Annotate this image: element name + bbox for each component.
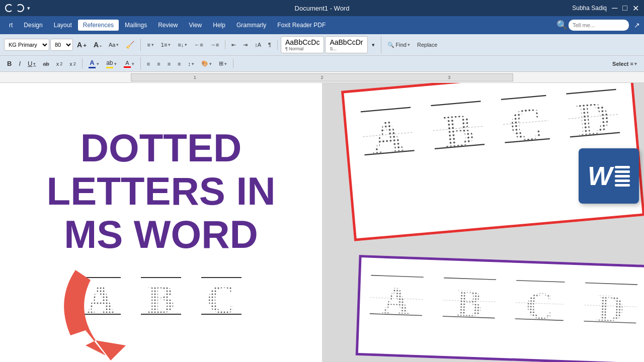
menu-bar: rt Design Layout References Mailings Rev…	[0, 16, 644, 34]
redo-icon[interactable]	[16, 4, 24, 12]
svg-line-44	[516, 281, 565, 282]
menu-item-design[interactable]: Design	[19, 20, 47, 31]
share-icon[interactable]: ↗	[634, 21, 640, 29]
main-content: DOTTED LETTERS IN MS WORD A	[0, 83, 644, 362]
justify-btn[interactable]: ≡	[175, 59, 184, 68]
decrease-indent-btn[interactable]: ←≡	[191, 40, 206, 49]
underline-btn[interactable]: U ▾	[25, 58, 39, 69]
grow-font-btn[interactable]: A+	[74, 39, 90, 50]
title-line2: LETTERS IN	[46, 170, 275, 213]
ruler-mark-3: 3	[448, 75, 450, 80]
styles-group: AaBbCcDc ¶ Normal AaBbCcDr S... ▾	[281, 36, 381, 53]
basic-format-group: B I U ▾ ab x2 x2	[4, 58, 83, 69]
font-color-btn[interactable]: A ▾	[86, 57, 102, 70]
color-format-group: A ▾ ab ▾ A ▾	[86, 57, 141, 70]
font-name-select[interactable]: KG Primary Do	[4, 39, 49, 51]
left-panel: DOTTED LETTERS IN MS WORD A	[0, 83, 322, 362]
increase-indent-btn[interactable]: →≡	[207, 40, 222, 49]
menu-item-review[interactable]: Review	[153, 20, 183, 31]
numbering-btn[interactable]: 1≡▾	[158, 40, 174, 49]
font-group: KG Primary Do 80 A+ A- Aa▾ 🧹	[4, 39, 141, 51]
doc-purple-letters: A B	[359, 257, 644, 343]
superscript-btn[interactable]: x2	[66, 59, 79, 68]
shrink-font-btn[interactable]: A-	[91, 39, 105, 50]
quick-access: ▾	[27, 5, 30, 12]
indent-right-btn[interactable]: ⇥	[240, 40, 251, 50]
styles-more-btn[interactable]: ▾	[369, 40, 378, 50]
svg-text:C: C	[207, 277, 236, 321]
strikethrough-btn[interactable]: ab	[40, 59, 52, 68]
align-right-btn[interactable]: ≡	[165, 59, 174, 68]
bold-btn[interactable]: B	[4, 58, 15, 69]
bullets-btn[interactable]: ≡▾	[144, 40, 156, 49]
title-line3: MS WORD	[46, 213, 275, 256]
font-size-select[interactable]: 80	[50, 39, 73, 51]
arrow-graphic	[45, 260, 186, 360]
subscript-btn[interactable]: x2	[53, 59, 66, 68]
undo-icon[interactable]	[5, 4, 13, 12]
word-icon-line-2	[615, 170, 630, 173]
toolbar-row1: KG Primary Do 80 A+ A- Aa▾ 🧹 ≡▾ 1≡▾ ≡↓▾ …	[0, 34, 644, 56]
right-toolbar-area: Select = ▾	[609, 59, 640, 68]
toolbar-row2: B I U ▾ ab x2 x2 A ▾ ab ▾ A ▾	[0, 56, 644, 72]
menu-item-view[interactable]: View	[184, 20, 207, 31]
menu-item-help[interactable]: Help	[208, 20, 230, 31]
menu-item-rt[interactable]: rt	[4, 20, 18, 31]
indent-group: ⇤ ⇥ ↕A ¶	[228, 40, 278, 50]
ruler-bar: 1 2 3	[131, 73, 513, 81]
svg-text:B: B	[455, 282, 482, 325]
replace-btn[interactable]: Replace	[414, 40, 440, 49]
word-app-icon: W	[579, 148, 639, 204]
title-bar: ▾ Document1 - Word Subha Sadiq ─ □ ✕	[0, 0, 644, 16]
title-bar-right: Subha Sadiq ─ □ ✕	[572, 4, 639, 13]
svg-line-39	[444, 278, 496, 280]
preview-letter-C: C	[199, 272, 244, 322]
style-second[interactable]: AaBbCcDr S...	[325, 36, 367, 53]
menu-item-grammarly[interactable]: Grammarly	[231, 20, 271, 31]
word-icon-w: W	[588, 161, 612, 191]
style-normal[interactable]: AaBbCcDc ¶ Normal	[281, 36, 324, 53]
indent-left-btn[interactable]: ⇤	[228, 40, 239, 50]
italic-btn[interactable]: I	[16, 58, 24, 69]
menu-item-foxit[interactable]: Foxit Reader PDF	[272, 20, 331, 31]
user-name: Subha Sadiq	[572, 5, 607, 12]
doc-purple-border: A B	[356, 255, 644, 362]
align-center-btn[interactable]: ≡	[154, 59, 163, 68]
word-icon-line-4	[615, 179, 630, 182]
menu-item-mailings[interactable]: Mailings	[120, 20, 152, 31]
borders-btn[interactable]: ⊞ ▾	[216, 59, 230, 68]
line-spacing-btn[interactable]: ↕ ▾	[185, 59, 198, 68]
align-group: ≡ ≡ ≡ ≡ ↕ ▾ 🎨 ▾ ⊞ ▾	[144, 59, 233, 68]
shading2-btn[interactable]: 🎨 ▾	[198, 59, 215, 68]
shading-btn[interactable]: A ▾	[121, 58, 137, 69]
change-case-btn[interactable]: Aa▾	[106, 40, 122, 49]
editing-group: 🔍 Find ▾ Replace	[384, 40, 444, 50]
ruler-mark-2: 2	[320, 75, 323, 80]
minimize-btn[interactable]: ─	[612, 4, 617, 13]
document-title: Document1 - Word	[295, 5, 350, 12]
close-btn[interactable]: ✕	[632, 4, 639, 13]
svg-text:A: A	[369, 110, 407, 163]
multilevel-btn[interactable]: ≡↓▾	[175, 40, 190, 49]
word-icon-line-5	[615, 184, 630, 187]
search-icon[interactable]: 🔍	[556, 20, 568, 31]
find-btn[interactable]: 🔍 Find ▾	[384, 40, 413, 50]
svg-text:B: B	[441, 104, 475, 157]
clear-format-btn[interactable]: 🧹	[123, 39, 137, 50]
show-marks-btn[interactable]: ¶	[265, 40, 274, 49]
word-icon-lines	[615, 166, 630, 187]
tell-me-input[interactable]	[569, 20, 629, 31]
menu-item-layout[interactable]: Layout	[49, 20, 77, 31]
word-icon-line-3	[615, 175, 630, 177]
svg-line-34	[371, 276, 423, 278]
menu-item-references[interactable]: References	[78, 20, 119, 31]
svg-line-49	[585, 283, 637, 285]
select-btn[interactable]: Select = ▾	[609, 59, 640, 68]
sort-btn[interactable]: ↕A	[252, 40, 264, 49]
list-group: ≡▾ 1≡▾ ≡↓▾ ←≡ →≡	[144, 40, 225, 49]
highlight-btn[interactable]: ab ▾	[103, 58, 120, 70]
svg-text:C: C	[507, 98, 544, 151]
align-left-btn[interactable]: ≡	[144, 59, 153, 68]
title-bar-left: ▾	[5, 4, 30, 12]
maximize-btn[interactable]: □	[622, 4, 627, 13]
